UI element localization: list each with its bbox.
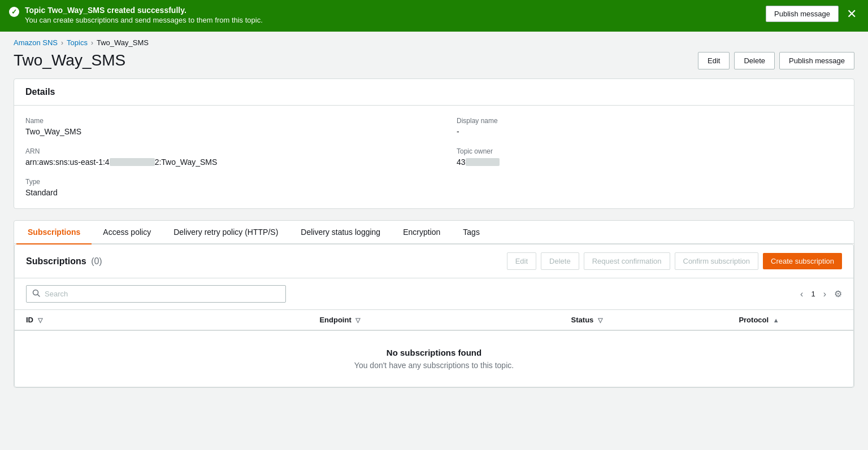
breadcrumb-current: Two_Way_SMS (97, 38, 149, 47)
col-id-sort-icon: ▽ (38, 317, 42, 324)
empty-state: No subscriptions found You don't have an… (15, 331, 853, 387)
success-banner: ✓ Topic Two_Way_SMS created successfully… (0, 0, 868, 32)
banner-close-button[interactable]: ✕ (844, 7, 859, 21)
page-number: 1 (811, 290, 815, 298)
request-confirmation-button[interactable]: Request confirmation (584, 252, 670, 270)
type-value: Standard (25, 188, 423, 197)
banner-publish-button[interactable]: Publish message (766, 6, 839, 22)
search-wrapper (26, 285, 286, 303)
table-body: No subscriptions found You don't have an… (15, 330, 853, 387)
col-endpoint-label: Endpoint (319, 316, 351, 324)
arn-value: arn:aws:sns:us-east-1:42:Two_Way_SMS (25, 158, 217, 167)
tab-delivery-logging[interactable]: Delivery status logging (289, 221, 392, 244)
arn-label: ARN (25, 147, 423, 155)
topic-owner-label: Topic owner (457, 147, 843, 155)
col-status-label: Status (571, 316, 594, 324)
page-title: Two_Way_SMS (14, 51, 125, 69)
subscriptions-delete-button[interactable]: Delete (541, 252, 579, 270)
delete-button[interactable]: Delete (734, 52, 775, 69)
col-endpoint-sort-icon: ▽ (355, 317, 360, 324)
tabs-and-content: Subscriptions Access policy Delivery ret… (14, 220, 854, 388)
banner-text: Topic Two_Way_SMS created successfully. … (25, 6, 263, 24)
details-left: Name Two_Way_SMS ARN arn:aws:sns:us-east… (25, 117, 434, 197)
edit-button[interactable]: Edit (698, 52, 730, 69)
col-status-sort-icon: ▽ (598, 317, 602, 324)
subscriptions-header: Subscriptions (0) Edit Delete Request co… (15, 244, 853, 278)
arn-suffix: 2:Two_Way_SMS (155, 158, 218, 167)
tab-tags[interactable]: Tags (452, 221, 491, 244)
table-header: ID ▽ Endpoint ▽ Status ▽ (15, 310, 853, 330)
subscriptions-count: (0) (91, 256, 102, 266)
svg-line-1 (38, 295, 40, 297)
confirm-subscription-button[interactable]: Confirm subscription (675, 252, 759, 270)
type-label: Type (25, 178, 423, 186)
name-value: Two_Way_SMS (25, 127, 423, 136)
details-card-header: Details (14, 79, 854, 106)
detail-arn: ARN arn:aws:sns:us-east-1:42:Two_Way_SMS (25, 147, 423, 167)
topic-owner-value: 43 (457, 158, 500, 167)
detail-display-name: Display name - (457, 117, 843, 136)
create-subscription-button[interactable]: Create subscription (763, 253, 842, 269)
display-name-value: - (457, 127, 843, 136)
detail-topic-owner: Topic owner 43 (457, 147, 843, 167)
subscriptions-table: ID ▽ Endpoint ▽ Status ▽ (15, 310, 853, 387)
details-card: Details Name Two_Way_SMS ARN arn:aws:sns… (14, 78, 854, 209)
col-protocol-label: Protocol (739, 316, 769, 324)
display-name-label: Display name (457, 117, 843, 125)
details-right: Display name - Topic owner 43 (434, 117, 843, 197)
banner-title: Topic Two_Way_SMS created successfully. (25, 6, 263, 15)
breadcrumb-sep-2: › (91, 39, 93, 47)
tab-delivery-retry[interactable]: Delivery retry policy (HTTP/S) (162, 221, 289, 244)
breadcrumb-topics[interactable]: Topics (67, 38, 88, 47)
search-icon (32, 289, 40, 299)
detail-name: Name Two_Way_SMS (25, 117, 423, 136)
subscriptions-section: Subscriptions (0) Edit Delete Request co… (14, 244, 854, 387)
header-actions: Edit Delete Publish message (698, 52, 854, 69)
subscriptions-title: Subscriptions (0) (26, 256, 102, 266)
details-grid: Name Two_Way_SMS ARN arn:aws:sns:us-east… (25, 117, 843, 197)
page-header: Two_Way_SMS Edit Delete Publish message (14, 51, 854, 69)
arn-prefix: arn:aws:sns:us-east-1:4 (25, 158, 110, 167)
banner-actions: Publish message ✕ (766, 6, 859, 22)
table-wrapper: ID ▽ Endpoint ▽ Status ▽ (15, 310, 853, 387)
publish-message-button[interactable]: Publish message (779, 52, 854, 69)
search-row: ‹ 1 › ⚙ (15, 278, 853, 310)
prev-page-button[interactable]: ‹ (797, 287, 806, 302)
col-id-label: ID (26, 316, 33, 324)
tabs-row: Subscriptions Access policy Delivery ret… (14, 221, 854, 244)
col-id: ID ▽ (15, 310, 308, 330)
subscriptions-actions: Edit Delete Request confirmation Confirm… (507, 252, 842, 270)
tab-encryption[interactable]: Encryption (392, 221, 452, 244)
subscriptions-title-text: Subscriptions (26, 256, 86, 266)
banner-subtitle: You can create subscriptions and send me… (25, 16, 263, 24)
tab-access-policy[interactable]: Access policy (92, 221, 162, 244)
name-label: Name (25, 117, 423, 125)
subscriptions-edit-button[interactable]: Edit (507, 252, 536, 270)
main-content: Amazon SNS › Topics › Two_Way_SMS Two_Wa… (0, 32, 868, 401)
empty-state-subtitle: You don't have any subscriptions to this… (26, 361, 842, 370)
tab-subscriptions[interactable]: Subscriptions (16, 221, 92, 244)
empty-state-row: No subscriptions found You don't have an… (15, 330, 853, 387)
owner-prefix: 43 (457, 158, 466, 167)
breadcrumb-amazon-sns[interactable]: Amazon SNS (14, 38, 58, 47)
details-card-body: Name Two_Way_SMS ARN arn:aws:sns:us-east… (14, 106, 854, 208)
pagination-settings-icon[interactable]: ⚙ (834, 289, 842, 299)
empty-state-title: No subscriptions found (26, 348, 842, 357)
detail-type: Type Standard (25, 178, 423, 197)
breadcrumb: Amazon SNS › Topics › Two_Way_SMS (14, 32, 854, 51)
breadcrumb-sep-1: › (61, 39, 63, 47)
arn-redacted (110, 158, 155, 166)
owner-redacted (466, 158, 500, 166)
next-page-button[interactable]: › (820, 287, 830, 302)
search-input[interactable] (45, 290, 280, 298)
pagination-controls: ‹ 1 › ⚙ (797, 287, 842, 302)
col-protocol: Protocol ▲ (727, 310, 853, 330)
banner-content: ✓ Topic Two_Way_SMS created successfully… (9, 6, 263, 24)
col-endpoint: Endpoint ▽ (308, 310, 559, 330)
success-icon: ✓ (9, 7, 19, 17)
col-protocol-sort-icon: ▲ (773, 317, 779, 324)
col-status: Status ▽ (560, 310, 728, 330)
empty-state-cell: No subscriptions found You don't have an… (15, 330, 853, 387)
